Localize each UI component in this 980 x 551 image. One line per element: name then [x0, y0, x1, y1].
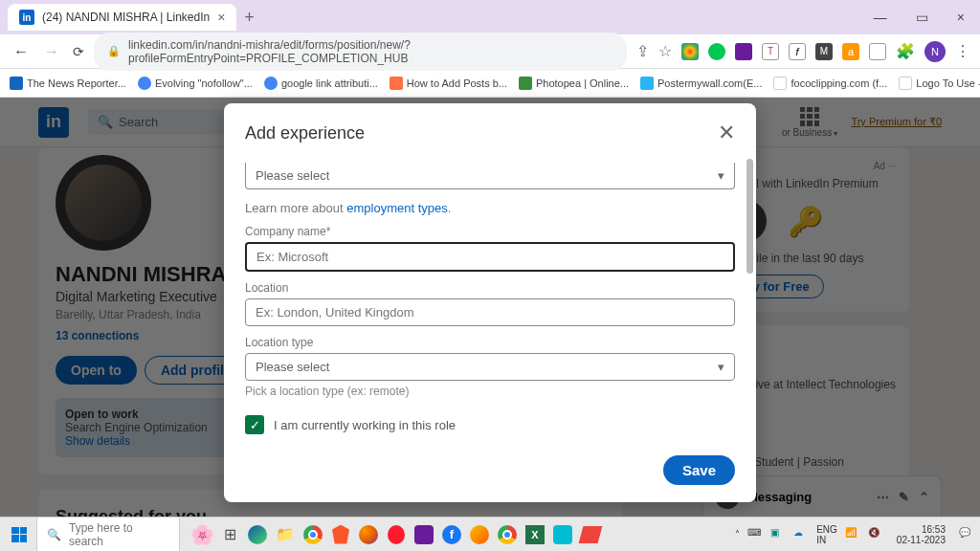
ext-icon-1[interactable]: [681, 43, 699, 60]
url-text: linkedin.com/in/nandni-mishra/edit/forms…: [128, 38, 613, 65]
tray-meet-icon[interactable]: ▣: [770, 527, 786, 542]
taskbar-facebook-icon[interactable]: f: [439, 522, 464, 547]
learn-more-text: Learn more about employment types.: [245, 201, 735, 215]
taskbar-explorer-icon[interactable]: 📁: [273, 522, 298, 547]
lock-icon: 🔒: [107, 45, 121, 57]
tray-keyboard-icon[interactable]: ⌨: [747, 527, 763, 542]
extensions-icon[interactable]: 🧩: [896, 42, 915, 60]
close-tab-icon[interactable]: ×: [217, 10, 225, 25]
close-icon[interactable]: ✕: [718, 121, 735, 145]
taskbar-brave-icon[interactable]: [328, 522, 353, 547]
taskbar-edge-icon[interactable]: [245, 522, 270, 547]
ext-icon-7[interactable]: a: [842, 43, 859, 60]
share-icon[interactable]: ⇪: [636, 42, 649, 60]
tray-notifications-icon[interactable]: 💬: [959, 527, 974, 542]
taskbar-app-icon[interactable]: 🌸: [189, 522, 214, 547]
chevron-down-icon: ▾: [718, 168, 724, 183]
page-content: in 🔍 Search • 24 or Business ▾ Try Premi…: [0, 98, 980, 517]
location-type-label: Location type: [245, 336, 735, 349]
windows-taskbar: 🔍 Type here to search 🌸 ⊞ 📁 f X ˄ ⌨ ▣ ☁ …: [0, 517, 980, 551]
profile-avatar-icon[interactable]: N: [924, 41, 946, 62]
bookmark-item[interactable]: google link attributi...: [264, 77, 378, 90]
reload-icon[interactable]: ⟳: [73, 44, 84, 59]
search-icon: 🔍: [47, 528, 61, 541]
location-type-helper: Pick a location type (ex: remote): [245, 385, 735, 398]
currently-working-label: I am currently working in this role: [274, 418, 456, 432]
tab-title: (24) NANDNI MISHRA | LinkedIn: [42, 11, 210, 24]
modal-title: Add experience: [245, 123, 365, 143]
ext-icon-5[interactable]: f: [789, 43, 806, 60]
tray-language[interactable]: ENGIN: [816, 524, 837, 545]
bookmark-item[interactable]: How to Add Posts b...: [390, 77, 507, 90]
bookmark-item[interactable]: Photopea | Online...: [519, 77, 629, 90]
bookmark-item[interactable]: fococlipping.com (f...: [773, 77, 887, 90]
browser-tab[interactable]: in (24) NANDNI MISHRA | LinkedIn ×: [8, 4, 236, 31]
bookmark-item[interactable]: The News Reporter...: [10, 77, 126, 90]
taskbar-taskview-icon[interactable]: ⊞: [217, 522, 242, 547]
scrollbar-thumb[interactable]: [746, 159, 753, 274]
ext-icon-6[interactable]: M: [815, 43, 833, 60]
maximize-icon[interactable]: ▭: [908, 6, 936, 29]
location-input[interactable]: [245, 298, 735, 326]
bookmark-item[interactable]: Postermywall.com(E...: [640, 77, 762, 90]
tray-overflow-icon[interactable]: ˄: [735, 529, 740, 540]
browser-menu-icon[interactable]: ⋮: [955, 42, 970, 60]
address-bar: ← → ⟳ 🔒 linkedin.com/in/nandni-mishra/ed…: [0, 34, 980, 69]
add-experience-modal: Add experience ✕ Please select ▾ Learn m…: [224, 103, 756, 502]
taskbar-opera-icon[interactable]: [384, 522, 409, 547]
window-controls: — ▭ ×: [866, 6, 972, 29]
ext-icon-8[interactable]: [869, 43, 886, 60]
close-window-icon[interactable]: ×: [949, 6, 972, 29]
minimize-icon[interactable]: —: [866, 6, 895, 29]
taskbar-app-icon[interactable]: [412, 522, 436, 547]
back-icon[interactable]: ←: [10, 39, 33, 64]
linkedin-favicon: in: [19, 10, 34, 25]
new-tab-button[interactable]: +: [244, 8, 255, 28]
taskbar-anydesk-icon[interactable]: [578, 522, 603, 547]
tray-clock[interactable]: 16:53 02-11-2023: [891, 524, 951, 545]
taskbar-excel-icon[interactable]: X: [523, 522, 547, 547]
url-field[interactable]: 🔒 linkedin.com/in/nandni-mishra/edit/for…: [94, 33, 627, 71]
bookmark-item[interactable]: Logo To Use - Free...: [899, 77, 980, 90]
employment-type-select[interactable]: Please select ▾: [245, 163, 735, 189]
employment-types-link[interactable]: employment types: [346, 201, 448, 215]
tray-onedrive-icon[interactable]: ☁: [793, 527, 809, 542]
save-button[interactable]: Save: [663, 455, 735, 485]
taskbar-firefox-icon[interactable]: [356, 522, 381, 547]
taskbar-chrome-icon[interactable]: [301, 522, 325, 547]
taskbar-app-icon[interactable]: [467, 522, 492, 547]
ext-icon-4[interactable]: T: [762, 43, 779, 60]
browser-titlebar: in (24) NANDNI MISHRA | LinkedIn × + — ▭…: [0, 0, 980, 34]
forward-icon[interactable]: →: [40, 39, 63, 64]
taskbar-search[interactable]: 🔍 Type here to search: [36, 517, 180, 552]
tray-wifi-icon[interactable]: 📶: [845, 527, 860, 542]
bookmark-item[interactable]: Evolving "nofollow"...: [138, 77, 253, 90]
bookmarks-bar: The News Reporter... Evolving "nofollow"…: [0, 69, 980, 98]
company-name-input[interactable]: [245, 242, 735, 272]
taskbar-chrome-icon[interactable]: [495, 522, 520, 547]
company-name-label: Company name*: [245, 225, 735, 238]
location-label: Location: [245, 281, 735, 295]
ext-icon-2[interactable]: [708, 43, 725, 60]
ext-icon-3[interactable]: [735, 43, 752, 60]
bookmark-star-icon[interactable]: ☆: [658, 42, 672, 60]
start-button[interactable]: [6, 521, 33, 548]
tray-volume-icon[interactable]: 🔇: [868, 527, 883, 542]
currently-working-checkbox[interactable]: ✓: [245, 415, 264, 434]
chevron-down-icon: ▾: [718, 360, 724, 374]
taskbar-app-icon[interactable]: [550, 522, 575, 547]
location-type-select[interactable]: Please select ▾: [245, 353, 735, 381]
